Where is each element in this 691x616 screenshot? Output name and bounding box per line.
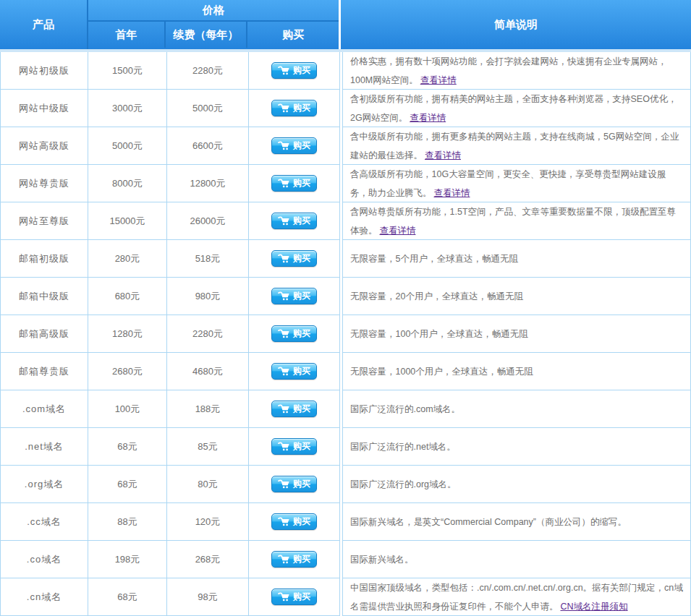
buy-cell: 购买 [249,90,340,127]
buy-button[interactable]: 购买 [271,62,317,79]
buy-button[interactable]: 购买 [271,100,317,116]
product-name: 网站中级版 [0,90,88,127]
buy-button[interactable]: 购买 [271,476,317,492]
buy-cell: 购买 [249,353,340,390]
header-buy: 购买 [247,22,339,48]
description-cell: 国际广泛流行的.org域名。 [342,466,691,503]
buy-button[interactable]: 购买 [271,175,317,192]
buy-button[interactable]: 购买 [271,213,317,229]
description-cell: 含初级版所有功能，拥有精美的网站主题，全面支持各种浏览器，支持SEO优化，2G网… [342,90,691,127]
header-price-subrow: 首年 续费（每年） 购买 [88,22,339,48]
first-year-price: 88元 [88,503,167,541]
description-text: 国际广泛流行的.org域名。 [350,479,457,489]
renewal-price: 26000元 [167,202,249,240]
product-name: 邮箱高级版 [0,315,88,353]
description-text-wrap: 无限容量，1000个用户，全球直达，畅通无阻 [350,362,533,381]
buy-button[interactable]: 购买 [271,363,317,380]
renewal-price: 120元 [167,503,249,541]
buy-cell: 购买 [249,165,340,202]
shopping-cart-icon [278,555,290,564]
table-row: 邮箱中级版 680元 980元 购买 无限容量，20个用户，全球直达，畅通无阻 [0,278,691,315]
detail-link[interactable]: CN域名注册须知 [561,602,628,612]
product-name: 邮箱中级版 [0,278,88,315]
first-year-price: 68元 [88,428,167,466]
shopping-cart-icon [278,216,290,226]
product-name: 网站尊贵版 [0,165,88,202]
buy-button[interactable]: 购买 [271,438,317,455]
description-text-wrap: 国际广泛流行的.com域名。 [350,400,460,419]
buy-button-label: 购买 [293,177,310,189]
description-text: 无限容量，100个用户，全球直达，畅通无阻 [350,329,528,339]
first-year-price: 680元 [88,278,167,315]
description-cell: 含中级版所有功能，拥有更多精美的网站主题，支持在线商城，5G网站空间，企业建站的… [342,127,691,165]
table-header: 产品 价格 首年 续费（每年） 购买 简单说明 [0,0,691,49]
description-cell: 含网站尊贵版所有功能，1.5T空间，产品、文章等重要数据量不限，顶级配置至尊体验… [342,202,691,240]
description-cell: 中国国家顶级域名，类型包括：.cn/.com.cn/.net.cn/.org.c… [342,578,691,616]
description-text: 价格实惠，拥有数十项网站功能，会打字就会建网站，快速拥有企业专属网站，100M网… [350,56,667,85]
buy-cell: 购买 [249,466,340,503]
description-cell: 无限容量，20个用户，全球直达，畅通无阻 [342,278,691,315]
description-cell: 国际广泛流行的.net域名。 [342,428,691,466]
buy-cell: 购买 [249,578,340,616]
description-text-wrap: 含中级版所有功能，拥有更多精美的网站主题，支持在线商城，5G网站空间，企业建站的… [350,127,683,165]
product-name: 网站初级版 [0,52,88,90]
description-text: 无限容量，20个用户，全球直达，畅通无阻 [350,291,523,301]
product-name: .cn域名 [0,578,88,616]
header-description: 简单说明 [341,0,691,49]
table-row: 网站至尊版 15000元 26000元 购买 含网站尊贵版所有功能，1.5T空间… [0,202,691,240]
renewal-price: 518元 [167,240,249,278]
description-text-wrap: 中国国家顶级域名，类型包括：.cn/.com.cn/.net.cn/.org.c… [350,578,683,616]
detail-link[interactable]: 查看详情 [425,150,461,161]
product-name: 邮箱初级版 [0,240,88,278]
shopping-cart-icon [278,254,290,263]
table-row: 邮箱初级版 280元 518元 购买 无限容量，5个用户，全球直达，畅通无阻 [0,240,691,278]
buy-button-label: 购买 [293,365,310,377]
detail-link[interactable]: 查看详情 [410,113,446,123]
shopping-cart-icon [278,66,290,75]
buy-button[interactable]: 购买 [271,288,317,304]
description-cell: 国际新兴域名，是英文“Commercial Company”（商业公司）的缩写。 [342,503,691,541]
buy-cell: 购买 [249,202,340,240]
buy-button[interactable]: 购买 [271,589,317,605]
buy-button-label: 购买 [293,328,310,340]
renewal-price: 188元 [167,390,249,428]
buy-button[interactable]: 购买 [271,513,317,530]
description-text: 无限容量，1000个用户，全球直达，畅通无阻 [350,367,533,377]
detail-link[interactable]: 查看详情 [420,75,457,85]
buy-button-label: 购买 [293,102,310,114]
description-text: 中国国家顶级域名，类型包括：.cn/.com.cn/.net.cn/.org.c… [350,583,683,612]
description-text: 国际新兴域名，是英文“Commercial Company”（商业公司）的缩写。 [350,517,627,527]
description-text: 国际新兴域名。 [350,555,414,565]
first-year-price: 100元 [88,390,167,428]
first-year-price: 1500元 [88,52,167,90]
detail-link[interactable]: 查看详情 [380,226,416,236]
first-year-price: 280元 [88,240,167,278]
product-name: .com域名 [0,390,88,428]
buy-button[interactable]: 购买 [271,551,317,568]
buy-button[interactable]: 购买 [271,325,317,342]
buy-button[interactable]: 购买 [271,137,317,154]
table-row: .net域名 68元 85元 购买 国际广泛流行的.net域名。 [0,428,691,466]
shopping-cart-icon [278,179,290,188]
product-name: 网站至尊版 [0,202,88,240]
renewal-price: 12800元 [167,165,249,202]
description-text-wrap: 国际新兴域名。 [350,550,414,569]
description-text: 含中级版所有功能，拥有更多精美的网站主题，支持在线商城，5G网站空间，企业建站的… [350,132,679,161]
buy-cell: 购买 [249,503,340,541]
table-row: .cc域名 88元 120元 购买 国际新兴域名，是英文“Commercial … [0,503,691,541]
product-name: 邮箱尊贵版 [0,353,88,390]
first-year-price: 8000元 [88,165,167,202]
product-name: .org域名 [0,466,88,503]
buy-button-label: 购买 [293,290,310,302]
renewal-price: 980元 [167,278,249,315]
buy-cell: 购买 [249,52,340,90]
description-text-wrap: 国际广泛流行的.org域名。 [350,475,457,494]
detail-link[interactable]: 查看详情 [434,188,470,198]
buy-button[interactable]: 购买 [271,401,317,417]
buy-button[interactable]: 购买 [271,250,317,267]
description-cell: 无限容量，1000个用户，全球直达，畅通无阻 [342,353,691,390]
table-row: .cn域名 68元 98元 购买 中国国家顶级域名，类型包括：.cn/.com.… [0,578,691,616]
first-year-price: 3000元 [88,90,167,127]
description-text: 无限容量，5个用户，全球直达，畅通无阻 [350,254,518,264]
description-text: 国际广泛流行的.com域名。 [350,404,460,414]
